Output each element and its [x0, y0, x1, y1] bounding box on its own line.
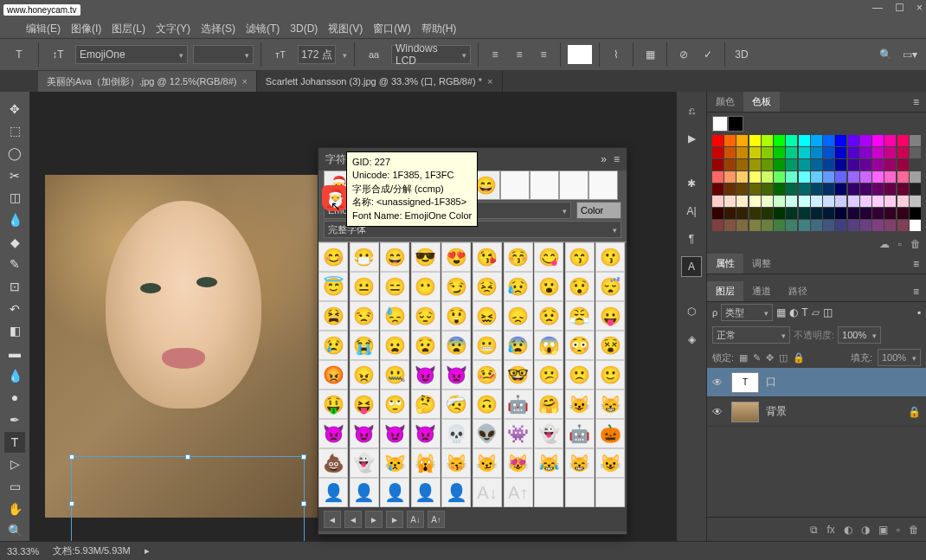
swatch[interactable]	[749, 159, 761, 171]
zoom-tool-icon[interactable]: 🔍	[4, 520, 25, 541]
swatch[interactable]	[811, 183, 822, 195]
glyph-cell[interactable]: 😲	[441, 301, 471, 331]
glyph-cell[interactable]: 🤓	[504, 360, 533, 389]
glyph-cell[interactable]: 😓	[380, 301, 409, 331]
swatch[interactable]	[736, 196, 748, 207]
tab-adjustments[interactable]: 调整	[743, 254, 780, 274]
swatch[interactable]	[736, 159, 748, 171]
glyph-cell[interactable]: 😈	[350, 419, 379, 448]
swatch[interactable]	[835, 208, 846, 219]
glyph-cell[interactable]: 👤	[318, 478, 348, 507]
swatch[interactable]	[897, 220, 909, 231]
blend-mode-dropdown[interactable]: 正常	[712, 326, 790, 344]
swatch[interactable]	[848, 183, 859, 195]
swatch[interactable]	[799, 159, 810, 171]
glyph-cell[interactable]: 😘	[473, 242, 502, 272]
glyph-cell[interactable]: 💩	[318, 448, 348, 478]
glyph-cell[interactable]: 😙	[565, 242, 595, 272]
swatch[interactable]	[823, 159, 834, 171]
swatch[interactable]	[811, 159, 822, 171]
panel-menu-icon[interactable]: ≡	[906, 254, 926, 274]
swatch[interactable]	[823, 147, 834, 158]
layer-name[interactable]: 背景	[766, 404, 787, 419]
expand-icon[interactable]: »	[601, 153, 607, 165]
swatch[interactable]	[872, 208, 884, 219]
glyph-cell[interactable]: 🤕	[441, 389, 471, 419]
glyph-cell[interactable]: 🤖	[565, 419, 595, 448]
swatch[interactable]	[884, 220, 896, 231]
swatch[interactable]	[799, 220, 810, 231]
glyph-cell[interactable]: 😱	[534, 331, 563, 360]
history-brush-tool-icon[interactable]: ↶	[4, 299, 25, 319]
delete-layer-icon[interactable]: 🗑	[909, 524, 919, 536]
swatch[interactable]	[749, 135, 761, 146]
glyph-cell[interactable]: 😸	[595, 389, 625, 419]
swatch[interactable]	[823, 208, 834, 219]
glyph-cell[interactable]: 😺	[565, 389, 595, 419]
swatch[interactable]	[786, 147, 797, 158]
swatch[interactable]	[712, 220, 723, 231]
glyph-cell[interactable]: 😽	[441, 448, 471, 478]
swatch[interactable]	[872, 220, 884, 231]
close-button[interactable]: ×	[916, 2, 923, 14]
glyph-cell[interactable]: 😢	[318, 331, 348, 360]
paragraph-panel-icon[interactable]: ¶	[681, 229, 702, 249]
glyph-cell[interactable]: 😿	[380, 448, 409, 478]
visibility-icon[interactable]: 👁	[712, 377, 724, 389]
panel-menu-icon[interactable]: ≡	[614, 153, 620, 165]
swatch[interactable]	[728, 116, 743, 132]
swatch[interactable]	[736, 135, 748, 146]
swatch[interactable]	[712, 171, 723, 183]
swatch[interactable]	[860, 208, 871, 219]
swatch-new-icon[interactable]: ▫	[898, 238, 902, 250]
glyph-cell[interactable]: 😯	[565, 272, 595, 301]
filter-adjust-icon[interactable]: ◐	[789, 306, 798, 319]
swatch[interactable]	[762, 147, 773, 158]
swatch[interactable]	[774, 135, 785, 146]
eraser-tool-icon[interactable]: ◧	[4, 321, 25, 342]
glyph-cell[interactable]: 🤒	[473, 360, 502, 389]
glyph-cell[interactable]: 😏	[441, 272, 471, 301]
align-center-icon[interactable]: ≡	[510, 45, 529, 64]
glyph-cell[interactable]: 🎃	[595, 419, 625, 448]
swatch[interactable]	[872, 183, 884, 195]
panel-menu-icon[interactable]: ≡	[906, 281, 926, 301]
pen-tool-icon[interactable]: ✒	[4, 409, 25, 430]
swatch[interactable]	[762, 196, 773, 207]
warp-text-icon[interactable]: ⌇	[607, 45, 626, 64]
fill-input[interactable]: 100%	[878, 349, 921, 366]
swatch[interactable]	[835, 183, 846, 195]
layer-name[interactable]: 口	[766, 375, 776, 389]
glyph-cell[interactable]: 👿	[411, 419, 440, 448]
swatch[interactable]	[762, 171, 773, 183]
swatch[interactable]	[848, 159, 859, 171]
font-style-dropdown[interactable]	[193, 45, 254, 64]
swatch[interactable]	[774, 220, 785, 231]
swatch[interactable]	[860, 220, 871, 231]
glyph-nav-prev[interactable]: ◄	[344, 511, 362, 528]
swatch[interactable]	[712, 116, 728, 132]
glyph-cell[interactable]: 👤	[350, 478, 379, 507]
swatch[interactable]	[724, 183, 736, 195]
glyph-cell[interactable]: 👤	[380, 478, 409, 507]
glyph-cell[interactable]: 💀	[441, 419, 471, 448]
glyph-cell[interactable]: 😺	[595, 448, 625, 478]
blur-tool-icon[interactable]: 💧	[4, 365, 25, 386]
swatch[interactable]	[774, 196, 785, 207]
glyph-cell[interactable]: 😗	[595, 242, 625, 272]
glyph-cell[interactable]: 😤	[565, 301, 595, 331]
filter-pixel-icon[interactable]: ▦	[776, 306, 786, 319]
swatch[interactable]	[897, 196, 909, 207]
swatch[interactable]	[786, 171, 797, 183]
glyph-cell[interactable]: 😬	[473, 331, 502, 360]
tab-properties[interactable]: 属性	[707, 254, 743, 274]
glyph-cell[interactable]: 😡	[318, 360, 348, 389]
glyph-cell[interactable]: 😰	[504, 331, 533, 360]
swatch[interactable]	[811, 147, 822, 158]
swatch[interactable]	[848, 171, 859, 183]
swatch[interactable]	[712, 135, 723, 146]
glyph-cell[interactable]: 😠	[350, 360, 379, 389]
glyph-cell[interactable]: 😞	[504, 301, 533, 331]
tab-paths[interactable]: 路径	[780, 281, 816, 301]
glyph-cell[interactable]: 😶	[411, 272, 440, 301]
